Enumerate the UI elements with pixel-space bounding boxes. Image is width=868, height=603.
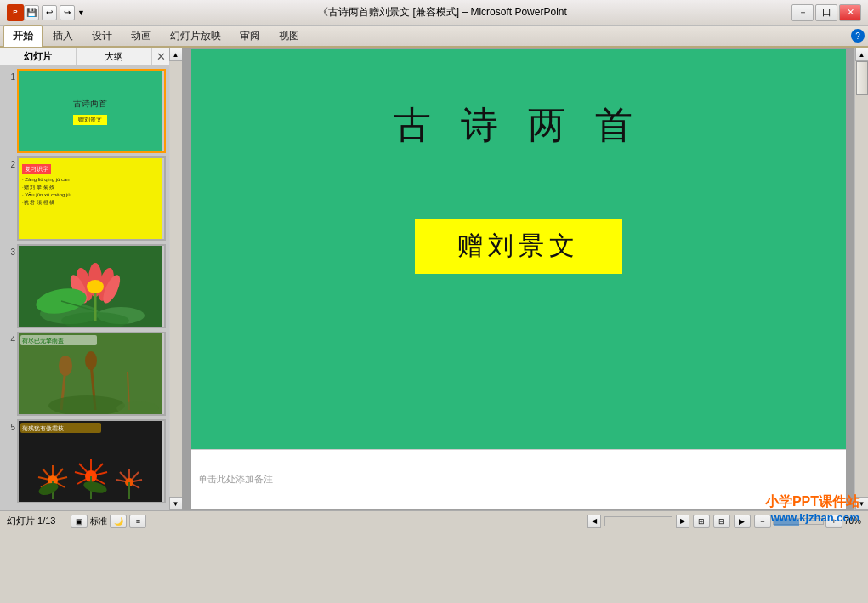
scroll-down-button[interactable]: ▼ — [169, 497, 183, 510]
slide-subtitle-box[interactable]: 赠刘景文 — [415, 219, 622, 274]
slides-list: 1 古诗两首 赠刘景文 2 复习识字 — [0, 65, 169, 510]
notes-area[interactable]: 单击此处添加备注 — [191, 449, 846, 509]
hscroll-track[interactable] — [604, 516, 672, 526]
thumb1-title: 古诗两首 — [73, 98, 107, 110]
list-item: 2 复习识字 · Zàng liú qíng jú càn ·赠 刘 擎 菊 残… — [3, 156, 166, 241]
thumb1-subtitle: 赠刘景文 — [73, 115, 107, 125]
theme-label: 标准 — [90, 515, 107, 527]
slide-thumbnail-2[interactable]: 复习识字 · Zàng liú qíng jú càn ·赠 刘 擎 菊 残 ·… — [17, 156, 166, 241]
svg-text:荷尽已无擎雨盖: 荷尽已无擎雨盖 — [22, 338, 64, 344]
status-icon-2[interactable]: ≡ — [129, 515, 146, 528]
tab-insert[interactable]: 插入 — [44, 26, 82, 47]
tab-design[interactable]: 设计 — [83, 26, 121, 47]
tab-start[interactable]: 开始 — [3, 25, 43, 47]
ribbon: 开始 插入 设计 动画 幻灯片放映 审阅 视图 ? — [0, 26, 868, 48]
window-title: 《古诗两首赠刘景文 [兼容模式] – Microsoft PowerPoint — [94, 5, 791, 20]
panel-close-button[interactable]: ✕ — [152, 48, 169, 65]
status-left: 幻灯片 1/13 ▣ 标准 🌙 ≡ — [7, 515, 579, 528]
list-item: 3 — [3, 244, 166, 328]
slide-viewport: 古 诗 两 首 赠刘景文 单击此处添加备注 — [191, 49, 846, 509]
slide-number: 2 — [3, 156, 15, 169]
list-item: 5 — [3, 419, 166, 503]
slide-number: 5 — [3, 419, 15, 432]
tab-review[interactable]: 审阅 — [231, 26, 269, 47]
slide-subtitle-text: 赠刘景文 — [457, 231, 580, 259]
slide-thumbnail-1[interactable]: 古诗两首 赠刘景文 — [17, 69, 166, 153]
thumb2-header: 复习识字 — [22, 164, 51, 174]
panel-tabs-row: 幻灯片 大纲 ✕ — [0, 48, 169, 65]
hscroll-left-button[interactable]: ◀ — [587, 515, 601, 528]
slide-counter: 幻灯片 1/13 — [7, 515, 55, 527]
view-normal-button[interactable]: ▣ — [71, 515, 88, 528]
restore-button[interactable]: 口 — [815, 4, 837, 21]
title-bar: P 💾 ↩ ↪ ▼ 《古诗两首赠刘景文 [兼容模式] – Microsoft P… — [0, 0, 868, 26]
vscroll-thumb[interactable] — [856, 61, 868, 95]
close-button[interactable]: ✕ — [839, 4, 861, 21]
svg-point-15 — [59, 356, 72, 376]
slide-thumbnail-3[interactable] — [17, 244, 166, 328]
slide-panel: 幻灯片 大纲 ✕ 1 古诗两首 赠刘景文 2 — [0, 48, 170, 510]
view-slideshow-button[interactable]: ▶ — [734, 515, 751, 528]
list-item: 4 — [3, 332, 166, 416]
hscroll-right-button[interactable]: ▶ — [676, 515, 689, 528]
app-icon: P — [7, 4, 24, 21]
thumb2-text: · Zàng liú qíng jú càn ·赠 刘 擎 菊 残 · Yǒu … — [22, 176, 158, 207]
status-icon-1[interactable]: 🌙 — [110, 515, 127, 528]
scroll-up-button[interactable]: ▲ — [169, 48, 183, 61]
svg-text:菊残犹有傲霜枝: 菊残犹有傲霜枝 — [22, 425, 64, 432]
main-vscroll[interactable]: ▲ ▼ — [854, 48, 868, 510]
save-button[interactable]: 💾 — [24, 5, 39, 20]
vscroll-up-button[interactable]: ▲ — [855, 48, 869, 61]
svg-point-17 — [85, 351, 97, 370]
slide-main-title: 古 诗 两 首 — [394, 100, 643, 151]
slide-number: 3 — [3, 244, 15, 257]
status-bar: 幻灯片 1/13 ▣ 标准 🌙 ≡ ◀ ▶ ⊞ ⊟ ▶ − + 70% 小学PP… — [0, 510, 868, 531]
slide-thumbnail-4[interactable]: 荷尽已无擎雨盖 — [17, 332, 166, 416]
tab-slides[interactable]: 幻灯片 — [0, 48, 77, 65]
view-slidesorter-button[interactable]: ⊟ — [713, 515, 730, 528]
redo-button[interactable]: ↪ — [60, 5, 75, 20]
slide-number: 1 — [3, 69, 15, 82]
help-icon[interactable]: ? — [851, 29, 865, 43]
tab-animation[interactable]: 动画 — [122, 26, 160, 47]
slide-number: 4 — [3, 332, 15, 344]
vscroll-track[interactable] — [856, 61, 868, 497]
slide-thumbnail-5[interactable]: 菊残犹有傲霜枝 — [17, 419, 166, 503]
undo-button[interactable]: ↩ — [42, 5, 57, 20]
watermark-line2: www.kjzhan.com — [765, 511, 859, 524]
tab-slideshow[interactable]: 幻灯片放映 — [162, 26, 230, 47]
tab-outline[interactable]: 大纲 — [77, 48, 153, 65]
list-item: 1 古诗两首 赠刘景文 — [3, 69, 166, 153]
quick-more-button[interactable]: ▼ — [77, 9, 85, 17]
tab-view[interactable]: 视图 — [270, 26, 308, 47]
main-editing-area: 古 诗 两 首 赠刘景文 单击此处添加备注 — [182, 48, 854, 510]
watermark-line1: 小学PPT课件站 — [765, 493, 859, 511]
panel-vscroll[interactable]: ▲ ▼ — [170, 48, 182, 510]
notes-placeholder: 单击此处添加备注 — [198, 473, 273, 486]
current-slide[interactable]: 古 诗 两 首 赠刘景文 — [191, 49, 846, 449]
minimize-button[interactable]: － — [791, 4, 814, 21]
app-main: 幻灯片 大纲 ✕ 1 古诗两首 赠刘景文 2 — [0, 48, 868, 510]
watermark: 小学PPT课件站 www.kjzhan.com — [765, 493, 859, 524]
view-slide-button[interactable]: ⊞ — [693, 515, 710, 528]
svg-point-9 — [87, 280, 104, 293]
